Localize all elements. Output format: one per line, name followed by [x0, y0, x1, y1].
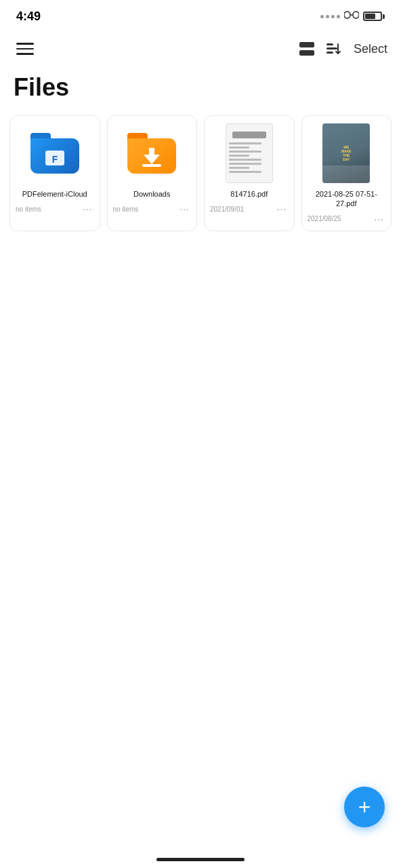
file-thumbnail-pdfcloud: F [16, 123, 94, 184]
file-name-pdf2021: 2021-08-25 07-51-27.pdf [308, 189, 386, 209]
signal-icon [320, 15, 340, 18]
folder-downloads-icon [127, 133, 176, 174]
page-title: Files [0, 68, 401, 115]
file-date-downloads: no items [113, 205, 139, 213]
svg-rect-4 [326, 47, 337, 50]
img-text-label: WEMAKETHEDAY [341, 145, 352, 161]
nav-bar: Select [0, 30, 401, 68]
sort-button[interactable] [325, 40, 343, 58]
file-meta-pdf814716: 2021/09/01 ··· [210, 203, 289, 215]
status-time: 4:49 [16, 9, 41, 24]
view-toggle-button[interactable] [299, 42, 314, 56]
battery-icon [363, 12, 385, 21]
menu-button[interactable] [14, 40, 37, 58]
pdf-thumb-814716 [226, 123, 273, 183]
file-date-pdf2021: 2021/08/25 [308, 215, 341, 222]
file-grid: F PDFelement-iCloud no items ··· [0, 115, 401, 231]
status-bar: 4:49 [0, 0, 401, 30]
status-icons [320, 9, 385, 24]
img-thumb-pdf2021: WEMAKETHEDAY [322, 123, 370, 183]
svg-text:F: F [51, 154, 58, 165]
svg-rect-3 [326, 43, 333, 45]
file-card-pdf814716[interactable]: 814716.pdf 2021/09/01 ··· [204, 115, 295, 231]
file-meta-downloads: no items ··· [113, 203, 192, 215]
plus-icon: + [358, 796, 371, 818]
svg-rect-5 [326, 52, 333, 54]
nav-right-actions: Select [299, 39, 387, 59]
file-date-pdfcloud: no items [16, 205, 41, 213]
file-card-downloads[interactable]: Downloads no items ··· [107, 115, 198, 231]
svg-rect-1 [353, 12, 359, 18]
more-button-pdf814716[interactable]: ··· [276, 203, 289, 215]
file-name-pdf814716: 814716.pdf [210, 189, 289, 199]
more-button-downloads[interactable]: ··· [178, 203, 191, 215]
file-meta-pdf2021: 2021/08/25 ··· [308, 213, 386, 225]
add-fab-button[interactable]: + [344, 787, 385, 827]
file-card-pdfcloud[interactable]: F PDFelement-iCloud no items ··· [9, 115, 100, 231]
file-thumbnail-pdf814716 [210, 123, 289, 184]
folder-icloud-icon: F [30, 133, 79, 174]
file-meta-pdfcloud: no items ··· [16, 203, 94, 215]
file-name-pdfcloud: PDFelement-iCloud [16, 189, 94, 199]
more-button-pdfcloud[interactable]: ··· [81, 203, 94, 215]
svg-rect-0 [344, 12, 350, 18]
home-indicator [156, 858, 245, 861]
file-date-pdf814716: 2021/09/01 [210, 205, 244, 213]
file-card-pdf2021[interactable]: WEMAKETHEDAY 2021-08-25 07-51-27.pdf 202… [301, 115, 392, 231]
file-thumbnail-downloads [113, 123, 192, 184]
file-thumbnail-pdf2021: WEMAKETHEDAY [308, 123, 386, 184]
more-button-pdf2021[interactable]: ··· [373, 213, 385, 225]
select-button[interactable]: Select [354, 39, 387, 59]
link-icon [344, 9, 359, 24]
file-name-downloads: Downloads [113, 189, 192, 199]
